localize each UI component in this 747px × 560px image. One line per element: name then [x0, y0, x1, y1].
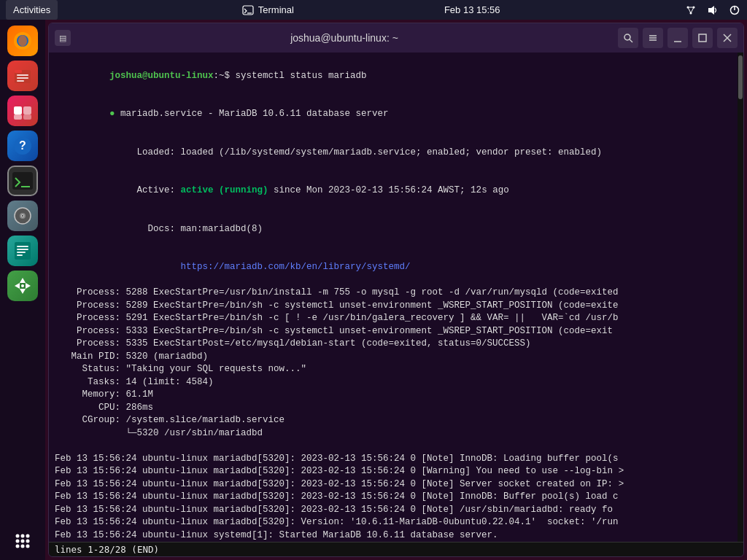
main-area: ? — [0, 20, 747, 560]
svg-text:?: ? — [19, 139, 26, 152]
svg-rect-21 — [23, 114, 31, 120]
terminal-line: Process: 5335 ExecStartPost=/etc/mysql/d… — [55, 338, 732, 351]
terminal-line: └─5320 /usr/sbin/mariadbd — [55, 427, 732, 440]
svg-point-41 — [21, 540, 25, 543]
terminal-line: Loaded: loaded (/lib/systemd/system/mari… — [55, 133, 732, 172]
svg-rect-30 — [15, 242, 31, 260]
dock-terminal[interactable] — [7, 166, 38, 196]
terminal-line: Feb 13 15:56:24 ubuntu-linux mariadbd[53… — [55, 491, 732, 504]
svg-line-6 — [688, 7, 691, 13]
close-button[interactable] — [717, 28, 738, 48]
topbar-center: Terminal Feb 13 15:56 — [242, 4, 500, 16]
svg-rect-17 — [17, 80, 24, 82]
terminal-scrollbar-thumb[interactable] — [738, 55, 743, 99]
terminal-scrollbar[interactable] — [738, 52, 743, 542]
dock-recycle[interactable] — [7, 271, 38, 301]
svg-rect-20 — [14, 114, 22, 120]
terminal-line: Docs: man:mariadbd(8) — [55, 210, 732, 249]
svg-point-45 — [26, 545, 30, 548]
terminal-line: joshua@ubuntu-linux:~$ systemctl status … — [55, 57, 732, 96]
dock-software[interactable] — [7, 96, 38, 126]
svg-point-38 — [21, 534, 25, 538]
activities-button[interactable]: Activities — [6, 0, 58, 20]
svg-line-47 — [630, 39, 632, 42]
dock-firefox[interactable] — [7, 26, 38, 56]
terminal-line: https://mariadb.com/kb/en/library/system… — [55, 249, 732, 287]
svg-point-40 — [16, 540, 20, 543]
terminal-line — [55, 440, 732, 453]
terminal-window: ▤ joshua@ubuntu-linux: ~ — [48, 23, 744, 557]
minimize-button[interactable] — [667, 28, 688, 48]
maximize-button[interactable] — [692, 28, 713, 48]
terminal-line: Process: 5289 ExecStartPre=/bin/sh -c sy… — [55, 300, 732, 313]
terminal-title: joshua@ubuntu-linux: ~ — [75, 32, 614, 44]
dock-text-editor[interactable] — [7, 236, 38, 266]
svg-rect-34 — [17, 254, 23, 256]
dock-help[interactable]: ? — [7, 131, 38, 161]
terminal-line: Main PID: 5320 (mariadbd) — [55, 351, 732, 364]
activities-label: Activities — [13, 4, 50, 15]
sidebar-dock: ? — [0, 20, 45, 560]
terminal-line: ● mariadb.service - MariaDB 10.6.11 data… — [55, 96, 732, 134]
terminal-line: CPU: 286ms — [55, 402, 732, 415]
topbar: Activities Terminal Feb 13 15:56 — [0, 0, 747, 20]
svg-point-44 — [21, 545, 25, 548]
terminal-line: Feb 13 15:56:24 ubuntu-linux mariadbd[53… — [55, 504, 732, 517]
svg-rect-32 — [17, 249, 28, 250]
titlebar-left: ▤ — [55, 30, 71, 46]
topbar-terminal-label: Terminal — [258, 4, 294, 15]
terminal-line: Feb 13 15:56:24 ubuntu-linux systemd[1]:… — [55, 529, 732, 542]
topbar-datetime: Feb 13 15:56 — [444, 4, 500, 15]
terminal-line: Process: 5288 ExecStartPre=/usr/bin/inst… — [55, 287, 732, 300]
svg-point-43 — [16, 545, 20, 548]
svg-rect-14 — [15, 70, 22, 73]
terminal-line: Feb 13 15:56:24 ubuntu-linux mariadbd[53… — [55, 453, 732, 466]
svg-rect-18 — [14, 106, 22, 114]
svg-point-46 — [624, 34, 630, 40]
terminal-line: Process: 5291 ExecStartPre=/bin/sh -c [ … — [55, 312, 732, 325]
menu-button[interactable] — [643, 28, 663, 48]
svg-point-39 — [26, 534, 30, 538]
terminal-line: Process: 5333 ExecStartPre=/bin/sh -c sy… — [55, 325, 732, 338]
dock-bottom — [9, 528, 36, 560]
search-button[interactable] — [618, 28, 638, 48]
terminal-bottom-bar: lines 1-28/28 (END) — [49, 542, 743, 556]
svg-rect-52 — [699, 34, 706, 42]
terminal-status: lines 1-28/28 (END) — [55, 544, 159, 555]
svg-point-37 — [16, 534, 20, 538]
terminal-line: Feb 13 15:56:24 ubuntu-linux mariadbd[53… — [55, 465, 732, 478]
terminal-line: Tasks: 14 (limit: 4584) — [55, 376, 732, 389]
terminal-body[interactable]: joshua@ubuntu-linux:~$ systemctl status … — [49, 52, 738, 542]
svg-point-29 — [22, 215, 23, 217]
terminal-line: Status: "Taking your SQL requests now...… — [55, 363, 732, 376]
terminal-line: CGroup: /system.slice/mariadb.service — [55, 414, 732, 427]
terminal-line: Feb 13 15:56:24 ubuntu-linux mariadbd[53… — [55, 516, 732, 529]
svg-rect-33 — [17, 252, 26, 253]
svg-marker-8 — [708, 6, 714, 15]
terminal-icon — [242, 4, 254, 16]
svg-rect-31 — [17, 246, 28, 247]
terminal-line: Memory: 61.1M — [55, 389, 732, 402]
svg-rect-15 — [17, 74, 28, 76]
topbar-right — [684, 4, 741, 17]
svg-line-7 — [691, 7, 694, 13]
svg-rect-19 — [23, 106, 31, 114]
dock-optical[interactable] — [7, 201, 38, 231]
app-grid-button[interactable] — [9, 528, 36, 554]
terminal-titlebar: ▤ joshua@ubuntu-linux: ~ — [49, 23, 743, 52]
volume-icon[interactable] — [706, 4, 719, 17]
svg-point-42 — [26, 540, 30, 543]
terminal-content-area: joshua@ubuntu-linux:~$ systemctl status … — [49, 52, 743, 542]
terminal-tab-icon: ▤ — [55, 30, 71, 46]
dock-files[interactable] — [7, 61, 38, 91]
power-icon[interactable] — [728, 4, 741, 17]
terminal-line: Feb 13 15:56:24 ubuntu-linux mariadbd[53… — [55, 478, 732, 491]
terminal-line: Active: active (running) since Mon 2023-… — [55, 172, 732, 211]
svg-rect-16 — [17, 77, 28, 79]
network-icon[interactable] — [684, 4, 697, 17]
svg-point-36 — [21, 284, 24, 287]
titlebar-controls — [618, 28, 738, 48]
